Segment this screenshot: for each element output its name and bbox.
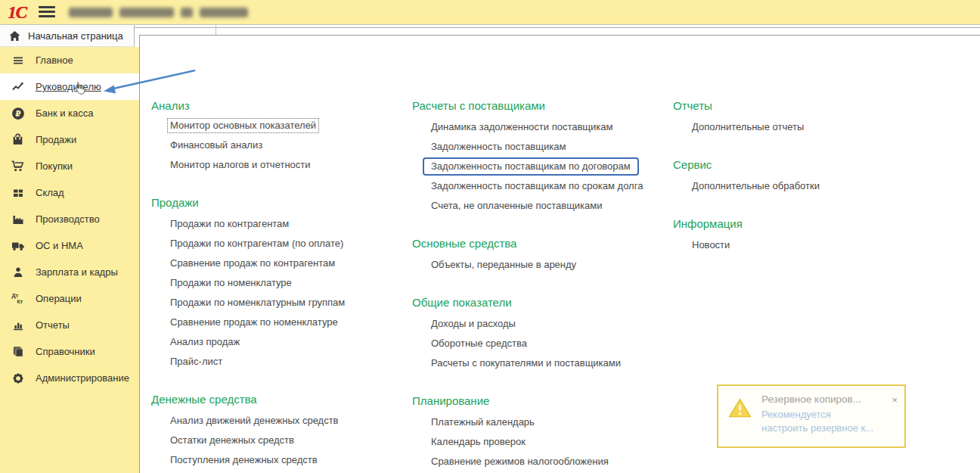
sidebar-item-label: Продажи — [36, 134, 76, 145]
sidebar-item-sklad[interactable]: Склад — [0, 179, 140, 206]
menu-link[interactable]: Объекты, переданные в аренду — [431, 255, 576, 275]
menu-link[interactable]: Дополнительные отчеты — [692, 117, 804, 137]
pallet-grid-icon — [10, 185, 26, 201]
sidebar-item-label: Руководителю — [36, 81, 101, 92]
sidebar-item-label: Главное — [36, 54, 73, 66]
menu-column-1: АнализМонитор основных показателейФинанс… — [151, 96, 405, 473]
shopping-bag-icon — [10, 132, 26, 148]
menu-link[interactable]: Прайс-лист — [170, 352, 222, 372]
sidebar-item-operacii[interactable]: ДтКтОперации — [0, 285, 140, 312]
notification-body: Резервное копиров... Рекомендуется настр… — [761, 394, 897, 435]
menu-section-title: Общие показатели — [412, 293, 665, 313]
trend-up-icon — [10, 79, 26, 95]
home-icon — [8, 30, 21, 42]
menu-link[interactable]: Задолженность поставщикам по срокам долг… — [431, 176, 643, 196]
menu-link[interactable]: Календарь проверок — [431, 432, 526, 452]
debit-credit-icon: ДтКт — [10, 291, 26, 307]
books-icon — [10, 344, 26, 359]
menu-link[interactable]: Поступления денежных средств — [170, 450, 318, 470]
svg-text:Кт: Кт — [17, 298, 23, 305]
sidebar-item-os-i-nma[interactable]: ОС и НМА — [0, 232, 140, 259]
menu-link[interactable]: Финансовый анализ — [170, 135, 262, 155]
tab-strip-line — [135, 27, 980, 28]
menu-section: ПланированиеПлатежный календарьКалендарь… — [412, 391, 665, 471]
gear-icon — [10, 371, 26, 386]
menu-section-title: Информация — [673, 214, 926, 234]
menu-link[interactable]: Задолженность поставщикам — [431, 137, 566, 157]
backup-notification: Резервное копиров... Рекомендуется настр… — [717, 384, 906, 448]
sidebar-item-glavnoe[interactable]: Главное — [0, 47, 140, 73]
1c-logo[interactable]: 1С — [8, 4, 26, 21]
sidebar-item-label: Покупки — [36, 160, 73, 172]
warning-icon — [728, 397, 752, 419]
sidebar-item-label: Зарплата и кадры — [36, 266, 118, 278]
notification-link[interactable]: Рекомендуется настроить резервное к... — [761, 408, 875, 435]
tab-separator — [216, 25, 216, 35]
menu-column-3: ОтчетыДополнительные отчетыСервисДополни… — [673, 96, 926, 273]
home-tab[interactable]: Начальная страница — [0, 25, 135, 47]
notification-close-icon[interactable]: × — [892, 395, 898, 405]
menu-link[interactable]: Продажи по номенклатурным группам — [170, 293, 345, 313]
sidebar-item-proizvodstvo[interactable]: Производство — [0, 206, 140, 232]
menu-link[interactable]: Сравнение продаж по номенклатуре — [170, 313, 338, 332]
menu-section-title: Сервис — [673, 155, 926, 175]
menu-link[interactable]: Продажи по контрагентам — [170, 214, 289, 234]
menu-column-2: Расчеты с поставщикамиДинамика задолженн… — [412, 96, 665, 473]
menu-section: ИнформацияНовости — [673, 214, 926, 255]
menu-link[interactable]: Оборотные средства — [431, 334, 527, 353]
menu-link[interactable]: Расчеты с покупателями и поставщиками — [431, 353, 621, 373]
menu-section-title: Продажи — [151, 193, 405, 213]
menu-link[interactable]: Счета, не оплаченные поставщиками — [431, 196, 603, 216]
sidebar-item-pokupki[interactable]: Покупки — [0, 153, 140, 179]
window-title-blurred — [69, 8, 248, 17]
top-bar: 1С — [0, 0, 980, 25]
sidebar-item-administrirovanie[interactable]: Администрирование — [0, 365, 140, 391]
menu-link[interactable]: Монитор налогов и отчетности — [170, 155, 311, 175]
app-window: 1С Начальная страница ГлавноеРуководител… — [0, 0, 980, 473]
sidebar-item-spravochniki[interactable]: Справочники — [0, 338, 140, 365]
menu-section: Основные средстваОбъекты, переданные в а… — [412, 234, 665, 275]
menu-link[interactable]: Доходы и расходы — [431, 314, 516, 334]
menu-link[interactable]: Динамика задолженности поставщикам — [431, 117, 612, 137]
menu-link[interactable]: Сравнение режимов налогообложения — [431, 452, 609, 471]
shopping-cart-icon — [10, 159, 26, 174]
sidebar-item-zarplata-i-kadry[interactable]: Зарплата и кадры — [0, 259, 140, 285]
factory-icon — [10, 212, 26, 227]
menu-link[interactable]: Дополнительные обработки — [692, 176, 820, 196]
person-icon — [10, 265, 26, 280]
sidebar-item-label: Производство — [36, 213, 100, 225]
sidebar-item-label: Справочники — [36, 346, 95, 357]
sidebar-item-prodazhi[interactable]: Продажи — [0, 126, 140, 153]
sidebar-item-label: Банк и касса — [36, 107, 94, 119]
menu-link[interactable]: Продажи по контрагентам (по оплате) — [170, 234, 343, 254]
menu-section-title: Анализ — [151, 96, 405, 116]
menu-section: Расчеты с поставщикамиДинамика задолженн… — [412, 96, 665, 216]
menu-link[interactable]: Остатки денежных средств — [170, 431, 294, 450]
truck-icon — [10, 238, 26, 254]
menu-link[interactable]: Продажи по номенклатуре — [170, 273, 292, 293]
menu-section-title: Основные средства — [412, 234, 665, 254]
menu-section: СервисДополнительные обработки — [673, 155, 926, 196]
menu-section-title: Денежные средства — [151, 390, 405, 409]
menu-section-title: Отчеты — [673, 96, 926, 116]
sidebar-item-label: Склад — [36, 187, 64, 198]
main-menu-icon[interactable] — [39, 6, 55, 18]
menu-link[interactable]: Монитор основных показателей — [167, 118, 319, 133]
sidebar: ГлавноеРуководителю₽Банк и кассаПродажиП… — [0, 47, 140, 473]
menu-section-title: Планирование — [412, 391, 665, 411]
bar-chart-icon — [10, 318, 26, 333]
sidebar-item-rukovoditelyu[interactable]: Руководителю — [0, 73, 140, 100]
menu-link[interactable]: Новости — [692, 235, 730, 255]
menu-section: АнализМонитор основных показателейФинанс… — [151, 96, 405, 175]
menu-link[interactable]: Анализ продаж — [170, 332, 240, 352]
menu-link[interactable]: Платежный календарь — [431, 412, 535, 432]
sidebar-item-otchety[interactable]: Отчеты — [0, 312, 140, 338]
sidebar-item-label: Отчеты — [36, 319, 70, 331]
home-tab-label: Начальная страница — [28, 30, 123, 42]
menu-link[interactable]: Анализ движений денежных средств — [170, 411, 339, 431]
menu-section: Денежные средстваАнализ движений денежны… — [151, 390, 405, 470]
menu-link[interactable]: Сравнение продаж по контрагентам — [170, 254, 335, 273]
menu-link[interactable]: Задолженность поставщикам по договорам — [423, 157, 639, 176]
sidebar-item-bank-i-kassa[interactable]: ₽Банк и касса — [0, 100, 140, 126]
svg-text:₽: ₽ — [15, 108, 20, 117]
